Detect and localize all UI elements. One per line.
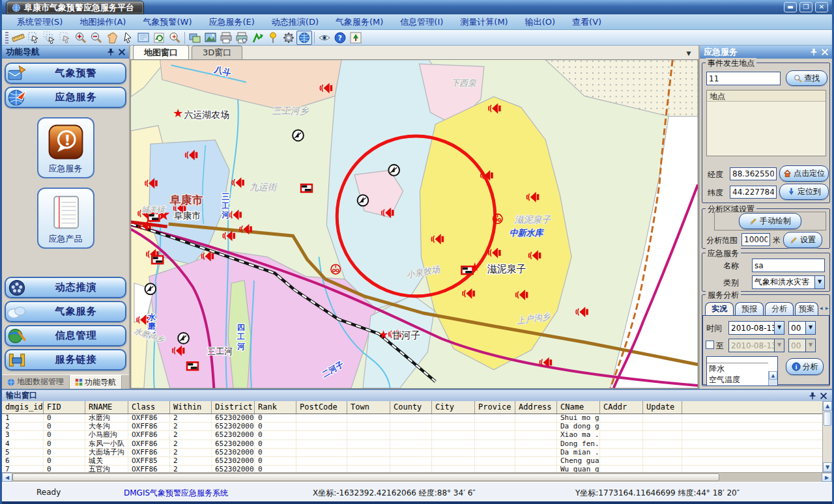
- latitude-input[interactable]: [730, 186, 777, 199]
- layers-button[interactable]: [187, 31, 203, 45]
- zoom-in-button[interactable]: [73, 31, 89, 45]
- tab-scroll-right-icon[interactable]: ▸: [826, 305, 829, 311]
- tab-forecast[interactable]: 预报: [735, 302, 764, 315]
- column-header[interactable]: FID: [44, 401, 85, 413]
- menu-item[interactable]: 气象预警(W): [134, 16, 200, 28]
- menu-item[interactable]: 查看(V): [564, 16, 610, 28]
- scrollbar-thumb[interactable]: [12, 473, 719, 481]
- menu-item[interactable]: 输出(O): [517, 16, 564, 28]
- column-header[interactable]: PostCode: [296, 401, 347, 413]
- longitude-input[interactable]: [730, 167, 777, 180]
- column-header[interactable]: Class: [128, 401, 170, 413]
- close-icon[interactable]: [819, 391, 828, 400]
- pin-icon[interactable]: [809, 48, 818, 57]
- manual-draw-button[interactable]: 手动绘制: [739, 213, 801, 229]
- column-header[interactable]: Within: [170, 401, 212, 413]
- hour-select[interactable]: 00▼: [788, 321, 816, 335]
- scroll-up-icon[interactable]: ▲: [823, 401, 832, 411]
- service-name-input[interactable]: [752, 259, 825, 272]
- column-header[interactable]: RNAME: [85, 401, 128, 413]
- column-header[interactable]: dmgis_id: [2, 401, 44, 413]
- chevron-down-icon[interactable]: ▼: [774, 322, 784, 334]
- analyze-button[interactable]: i 分析: [786, 358, 824, 375]
- help-button[interactable]: ?: [332, 31, 348, 45]
- close-icon[interactable]: [820, 48, 829, 57]
- sidebar-item-service-link[interactable]: 服务链接: [5, 349, 126, 371]
- sidebar-item-info-management[interactable]: 信息管理: [5, 325, 126, 346]
- station-marker[interactable]: [388, 165, 399, 176]
- eye-button[interactable]: [317, 31, 332, 45]
- location-search-input[interactable]: [706, 72, 781, 85]
- tab-map-data-management[interactable]: 地图数据管理: [2, 375, 70, 389]
- pin-icon[interactable]: [106, 48, 115, 57]
- click-locate-button[interactable]: 点击定位: [779, 165, 829, 182]
- tab-3d-window[interactable]: 3D窗口: [192, 46, 242, 59]
- table-row[interactable]: 20大冬沟OXFF8626523020000Da dong gou: [2, 423, 822, 431]
- column-header[interactable]: CName: [557, 401, 600, 413]
- select-clear-button[interactable]: [57, 31, 73, 45]
- select-rect-button[interactable]: [26, 31, 42, 45]
- scroll-down-icon[interactable]: ▼: [823, 462, 832, 472]
- map-canvas[interactable]: ★★★★ 八斗六运湖农场三工河乡下西泉阜康市城关镇阜康市九运街三工河滋泥泉子中新…: [130, 60, 698, 389]
- scroll-up-icon[interactable]: ▲: [769, 371, 777, 380]
- tree-export-button[interactable]: [348, 31, 364, 45]
- location-list[interactable]: 地点: [706, 90, 826, 156]
- menu-item[interactable]: 信息管理(I): [392, 16, 452, 28]
- column-header[interactable]: Rank: [255, 401, 296, 413]
- tab-function-nav[interactable]: 功能导航: [70, 375, 122, 389]
- column-header[interactable]: Town: [347, 401, 390, 413]
- minimize-button[interactable]: ▬: [784, 2, 797, 12]
- menu-item[interactable]: 动态推演(D): [263, 16, 327, 28]
- close-button[interactable]: ✕: [815, 2, 828, 12]
- sidebar-item-emergency-service[interactable]: 应急服务: [5, 87, 126, 108]
- list-item[interactable]: 降水: [707, 363, 768, 374]
- station-marker[interactable]: [358, 195, 369, 206]
- tab-analysis[interactable]: 分析: [765, 302, 794, 315]
- date-select[interactable]: 2010-08-13▼: [728, 321, 784, 335]
- table-row[interactable]: 40东风一小队OXFF8626523020000Dong fen...: [2, 440, 822, 449]
- menu-item[interactable]: 应急服务(E): [200, 16, 263, 28]
- star-marker[interactable]: ★: [173, 106, 183, 120]
- menu-item[interactable]: 地图操作(A): [71, 16, 134, 28]
- horizontal-scrollbar[interactable]: ◀ ▶: [2, 472, 832, 482]
- globe-button[interactable]: [296, 31, 312, 45]
- column-header[interactable]: Provice: [475, 401, 515, 413]
- tab-live[interactable]: 实况: [705, 302, 734, 315]
- scrollbar-thumb[interactable]: [824, 412, 831, 426]
- sidebar-item-dynamic-deduction[interactable]: 动态推演: [5, 277, 126, 298]
- station-marker[interactable]: [145, 283, 156, 294]
- pan-button[interactable]: [104, 31, 120, 45]
- station-marker[interactable]: [178, 333, 189, 344]
- star-marker[interactable]: ★: [470, 260, 480, 273]
- print-button[interactable]: [218, 31, 234, 45]
- column-header[interactable]: Update: [643, 401, 682, 413]
- list-item[interactable]: 空气温度: [707, 374, 768, 385]
- flag-marker[interactable]: [300, 184, 313, 193]
- chevron-down-icon[interactable]: ▼: [805, 322, 815, 334]
- column-header[interactable]: District: [212, 401, 255, 413]
- table-row[interactable]: 30小马廄沟OXFF8626523020000Xiao ma ...: [2, 431, 822, 440]
- toolbar-grip[interactable]: [5, 32, 8, 44]
- sidebar-item-weather-service[interactable]: 气象服务: [5, 301, 126, 322]
- tab-plan[interactable]: 预案: [795, 302, 818, 315]
- goto-location-button[interactable]: 定位到: [779, 184, 829, 200]
- sidebar-item-weather-warning[interactable]: 气象预警: [5, 63, 126, 84]
- service-type-select[interactable]: 气象和洪水灾害▼: [752, 275, 825, 289]
- column-header[interactable]: County: [390, 401, 432, 413]
- vertical-scrollbar[interactable]: ▲ ▼: [822, 401, 832, 472]
- chevron-down-icon[interactable]: ▼: [814, 276, 824, 288]
- pointer-button[interactable]: [120, 31, 136, 45]
- table-row[interactable]: 10水磨沟OXFF8626523020000Shui mo gou: [2, 414, 822, 423]
- table-row[interactable]: 50大面场子沟OXFF8626523020000Da mian ...: [2, 449, 822, 457]
- close-icon[interactable]: [117, 48, 126, 57]
- column-header[interactable]: CAddr: [600, 401, 643, 413]
- station-marker[interactable]: [293, 130, 304, 141]
- set-range-button[interactable]: 设置: [783, 232, 822, 248]
- zoom-out-button[interactable]: [89, 31, 104, 45]
- identify-button[interactable]: +: [167, 31, 182, 45]
- emergency-product-button[interactable]: 应急产品: [37, 188, 94, 249]
- measure-button[interactable]: [10, 31, 26, 45]
- pin-icon[interactable]: [808, 391, 817, 400]
- search-button[interactable]: 查找: [786, 70, 827, 86]
- extent-button[interactable]: [136, 31, 151, 45]
